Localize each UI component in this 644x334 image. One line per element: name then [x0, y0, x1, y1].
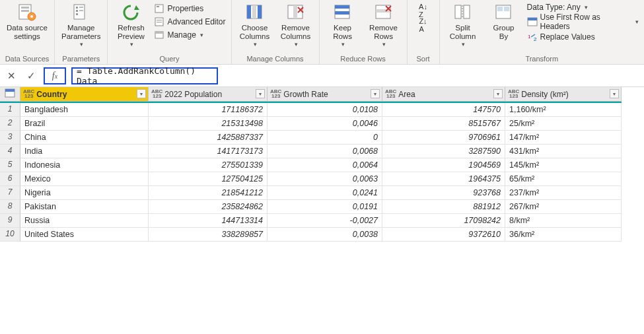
row-index[interactable]: 6: [0, 172, 20, 186]
keep-rows-button[interactable]: Keep Rows: [324, 1, 362, 50]
remove-columns-icon: [285, 3, 306, 22]
cell-density[interactable]: 147/km²: [505, 131, 622, 145]
row-index[interactable]: 9: [0, 214, 20, 228]
cell-population[interactable]: 144713314: [149, 214, 268, 228]
column-header-area[interactable]: ABC123 Area ▾: [382, 87, 505, 102]
cell-growth[interactable]: 0,0038: [268, 228, 382, 242]
cell-population[interactable]: 218541212: [149, 186, 268, 200]
svg-rect-38: [497, 7, 503, 11]
cell-population[interactable]: 171186372: [149, 103, 268, 117]
cell-country[interactable]: Nigeria: [20, 186, 149, 200]
cancel-formula-button[interactable]: ✕: [4, 69, 18, 83]
cell-density[interactable]: 36/km²: [505, 228, 622, 242]
data-type-button[interactable]: Data Type: Any: [526, 3, 640, 12]
refresh-preview-button[interactable]: Refresh Preview: [112, 1, 150, 50]
cell-country[interactable]: Bangladesh: [20, 103, 149, 117]
cell-density[interactable]: 25/km²: [505, 117, 622, 131]
sort-asc-icon: A↓Z: [419, 3, 427, 18]
sort-asc-button[interactable]: A↓Z: [415, 4, 431, 17]
cell-density[interactable]: 237/km²: [505, 186, 622, 200]
manage-parameters-button[interactable]: Manage Parameters: [59, 1, 103, 50]
cell-country[interactable]: Indonesia: [20, 158, 149, 172]
filter-dropdown-icon[interactable]: ▾: [137, 89, 146, 98]
cell-area[interactable]: 881912: [382, 200, 505, 214]
cell-country[interactable]: Brazil: [20, 117, 149, 131]
cell-area[interactable]: 9372610: [382, 228, 505, 242]
column-header-country[interactable]: ABC123 Country ▾: [20, 87, 149, 102]
row-index[interactable]: 3: [0, 131, 20, 145]
table-corner[interactable]: [0, 87, 20, 102]
cell-area[interactable]: 1964375: [382, 172, 505, 186]
data-source-settings-button[interactable]: Data source settings: [4, 1, 50, 42]
cell-area[interactable]: 9706961: [382, 131, 505, 145]
row-index[interactable]: 5: [0, 158, 20, 172]
split-column-button[interactable]: Split Column: [444, 1, 482, 50]
cell-country[interactable]: Russia: [20, 214, 149, 228]
cell-population[interactable]: 215313498: [149, 117, 268, 131]
row-index[interactable]: 2: [0, 117, 20, 131]
cell-area[interactable]: 3287590: [382, 145, 505, 158]
filter-dropdown-icon[interactable]: ▾: [610, 89, 619, 98]
cell-growth[interactable]: 0,0191: [268, 200, 382, 214]
cell-population[interactable]: 1425887337: [149, 131, 268, 145]
properties-icon: [154, 3, 164, 14]
cell-growth[interactable]: 0,0063: [268, 172, 382, 186]
cell-density[interactable]: 145/km²: [505, 158, 622, 172]
cell-density[interactable]: 431/km²: [505, 145, 622, 158]
fx-button[interactable]: fx: [44, 67, 66, 84]
cell-population[interactable]: 275501339: [149, 158, 268, 172]
group-by-button[interactable]: Group By: [485, 1, 523, 42]
replace-values-button[interactable]: 12 Replace Values: [526, 32, 640, 42]
remove-columns-button[interactable]: Remove Columns: [277, 1, 315, 50]
choose-columns-button[interactable]: Choose Columns: [236, 1, 274, 50]
row-index[interactable]: 1: [0, 103, 20, 117]
first-row-headers-button[interactable]: Use First Row as Headers: [526, 13, 640, 31]
cell-density[interactable]: 267/km²: [505, 200, 622, 214]
cell-population[interactable]: 1417173173: [149, 145, 268, 158]
cell-growth[interactable]: 0: [268, 131, 382, 145]
cell-area[interactable]: 1904569: [382, 158, 505, 172]
column-header-density[interactable]: ABC123 Density (km²) ▾: [505, 87, 622, 102]
cell-population[interactable]: 338289857: [149, 228, 268, 242]
cell-area[interactable]: 8515767: [382, 117, 505, 131]
group-by-icon: [493, 3, 515, 22]
cell-density[interactable]: 8/km²: [505, 214, 622, 228]
cell-population[interactable]: 235824862: [149, 200, 268, 214]
cell-growth[interactable]: -0,0027: [268, 214, 382, 228]
cell-country[interactable]: United States: [20, 228, 149, 242]
svg-rect-34: [455, 5, 461, 18]
cell-density[interactable]: 1,160/km²: [505, 103, 622, 117]
cell-area[interactable]: 17098242: [382, 214, 505, 228]
properties-button[interactable]: Properties: [153, 3, 227, 15]
cell-area[interactable]: 923768: [382, 186, 505, 200]
formula-input[interactable]: = Table.AddRankColumn() Data: [71, 67, 218, 84]
cell-growth[interactable]: 0,0108: [268, 103, 382, 117]
filter-dropdown-icon[interactable]: ▾: [256, 89, 265, 98]
cell-growth[interactable]: 0,0241: [268, 186, 382, 200]
row-index[interactable]: 8: [0, 200, 20, 214]
split-column-icon: [452, 3, 474, 22]
column-header-population[interactable]: ABC123 2022 Population ▾: [149, 87, 268, 102]
cell-growth[interactable]: 0,0068: [268, 145, 382, 158]
sort-desc-button[interactable]: Z↓A: [415, 18, 431, 32]
cell-country[interactable]: Mexico: [20, 172, 149, 186]
cell-growth[interactable]: 0,0046: [268, 117, 382, 131]
row-index[interactable]: 4: [0, 145, 20, 158]
manage-query-button[interactable]: Manage: [153, 29, 227, 41]
remove-rows-button[interactable]: Remove Rows: [365, 1, 403, 50]
cell-country[interactable]: China: [20, 131, 149, 145]
row-index[interactable]: 7: [0, 186, 20, 200]
cell-density[interactable]: 65/km²: [505, 172, 622, 186]
check-icon: ✓: [27, 70, 36, 82]
cell-country[interactable]: Pakistan: [20, 200, 149, 214]
advanced-editor-button[interactable]: Advanced Editor: [153, 16, 227, 28]
cell-growth[interactable]: 0,0064: [268, 158, 382, 172]
confirm-formula-button[interactable]: ✓: [24, 69, 38, 83]
filter-dropdown-icon[interactable]: ▾: [371, 89, 380, 98]
cell-country[interactable]: India: [20, 145, 149, 158]
column-header-growth[interactable]: ABC123 Growth Rate ▾: [268, 87, 382, 102]
filter-dropdown-icon[interactable]: ▾: [493, 89, 503, 98]
row-index[interactable]: 10: [0, 228, 20, 242]
cell-population[interactable]: 127504125: [149, 172, 268, 186]
cell-area[interactable]: 147570: [382, 103, 505, 117]
